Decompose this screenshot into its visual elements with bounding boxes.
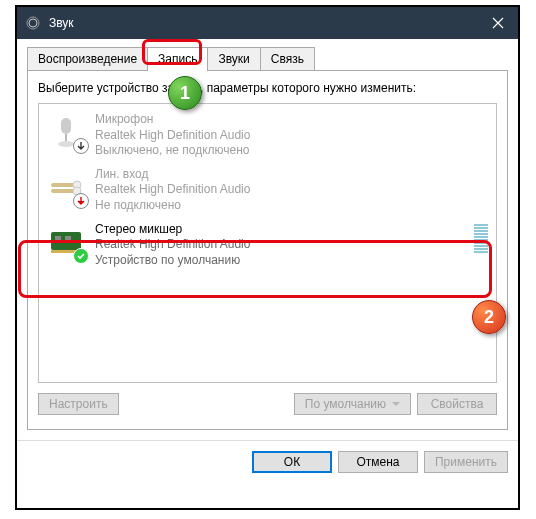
device-status: Не подключено [95, 198, 488, 214]
device-name: Микрофон [95, 112, 488, 128]
device-driver: Realtek High Definition Audio [95, 182, 488, 198]
device-list: Микрофон Realtek High Definition Audio В… [38, 103, 497, 383]
dialog-button-row: ОК Отмена Применить [17, 440, 518, 483]
level-meter [474, 224, 488, 253]
instruction-text: Выберите устройство записи, параметры ко… [38, 81, 497, 95]
svg-rect-2 [61, 118, 71, 134]
close-button[interactable] [478, 7, 518, 39]
annotation-badge-2: 2 [472, 300, 506, 334]
svg-rect-5 [51, 183, 75, 187]
set-default-button[interactable]: По умолчанию [294, 393, 411, 415]
tab-strip: Воспроизведение Запись Звуки Связь [27, 47, 508, 71]
tab-sounds[interactable]: Звуки [207, 47, 260, 70]
check-badge [73, 248, 89, 264]
device-microphone[interactable]: Микрофон Realtek High Definition Audio В… [39, 108, 496, 163]
line-in-icon [47, 167, 87, 207]
window-title: Звук [49, 16, 478, 30]
tab-recording[interactable]: Запись [147, 47, 208, 70]
tab-panel: Выберите устройство записи, параметры ко… [27, 71, 508, 430]
ok-button[interactable]: ОК [252, 451, 332, 473]
device-stereo-mix[interactable]: Стерео микшер Realtek High Definition Au… [39, 218, 496, 273]
tab-playback[interactable]: Воспроизведение [27, 47, 148, 70]
device-driver: Realtek High Definition Audio [95, 128, 488, 144]
device-name: Лин. вход [95, 167, 488, 183]
close-icon [492, 17, 504, 29]
svg-rect-3 [65, 134, 67, 142]
dialog-body: Воспроизведение Запись Звуки Связь Выбер… [17, 39, 518, 440]
device-info: Лин. вход Realtek High Definition Audio … [95, 167, 488, 214]
svg-point-0 [29, 19, 37, 27]
device-info: Микрофон Realtek High Definition Audio В… [95, 112, 488, 159]
device-line-in[interactable]: Лин. вход Realtek High Definition Audio … [39, 163, 496, 218]
device-name: Стерео микшер [95, 222, 466, 238]
panel-button-row: Настроить По умолчанию Свойства [38, 393, 497, 415]
svg-rect-7 [51, 189, 75, 193]
svg-rect-10 [55, 236, 61, 242]
device-status: Выключено, не подключено [95, 143, 488, 159]
apply-button[interactable]: Применить [424, 451, 508, 473]
device-driver: Realtek High Definition Audio [95, 237, 466, 253]
svg-rect-11 [65, 236, 71, 242]
sound-dialog: Звук Воспроизведение Запись Звуки Связь … [15, 5, 520, 510]
sound-icon [25, 15, 41, 31]
device-info: Стерео микшер Realtek High Definition Au… [95, 222, 466, 269]
microphone-icon [47, 112, 87, 152]
titlebar: Звук [17, 7, 518, 39]
tab-communications[interactable]: Связь [260, 47, 315, 70]
cancel-button[interactable]: Отмена [338, 451, 418, 473]
down-arrow-badge [73, 193, 89, 209]
device-status: Устройство по умолчанию [95, 253, 466, 269]
properties-button[interactable]: Свойства [417, 393, 497, 415]
soundcard-icon [47, 222, 87, 262]
svg-point-4 [58, 141, 74, 147]
annotation-badge-1: 1 [168, 76, 202, 110]
down-arrow-badge [73, 138, 89, 154]
configure-button[interactable]: Настроить [38, 393, 119, 415]
